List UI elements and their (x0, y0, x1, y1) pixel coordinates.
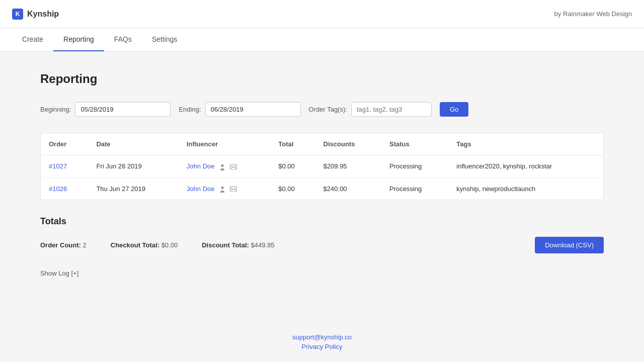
checkout-total: Checkout Total: $0.00 (111, 241, 178, 249)
logo-icon: K (12, 9, 23, 20)
beginning-input[interactable] (75, 102, 171, 117)
nav-item-faqs[interactable]: FAQs (104, 28, 142, 51)
order-tags-group: Order Tag(s): (309, 102, 432, 117)
order-status: Processing (381, 177, 448, 200)
influencer-cell: John Doe (179, 177, 270, 200)
order-link[interactable]: #1026 (49, 185, 67, 193)
discount-total-label: Discount Total: (202, 241, 249, 249)
col-status: Status (381, 133, 448, 155)
order-tags-input[interactable] (351, 102, 432, 117)
go-button[interactable]: Go (440, 102, 468, 117)
order-link[interactable]: #1027 (49, 162, 67, 170)
order-tags: kynship, newproductlaunch (448, 177, 603, 200)
beginning-label: Beginning: (40, 106, 71, 113)
mail-icon (230, 162, 237, 170)
beginning-group: Beginning: (40, 102, 171, 117)
col-order: Order (41, 133, 88, 155)
checkout-total-label: Checkout Total: (111, 241, 159, 249)
col-tags: Tags (448, 133, 603, 155)
order-count-label: Order Count: (40, 241, 81, 249)
influencer-cell: John Doe (179, 155, 270, 178)
table-row: #1027Fri Jun 28 2019John Doe$0.00$209.95… (41, 155, 603, 178)
order-tags: influencer2020, kynship, rockstar (448, 155, 603, 178)
influencer-link[interactable]: John Doe (187, 185, 215, 193)
order-discounts: $209.95 (315, 155, 381, 178)
show-log-toggle[interactable]: Show Log [+] (40, 269, 604, 277)
filter-bar: Beginning: Ending: Order Tag(s): Go (40, 102, 604, 117)
table-header-row: Order Date Influencer Total Discounts St… (41, 133, 603, 155)
ending-label: Ending: (179, 106, 201, 113)
privacy-policy-link[interactable]: Privacy Policy (16, 343, 628, 350)
mail-icon (230, 185, 237, 193)
checkout-total-value: $0.00 (162, 241, 178, 249)
ending-group: Ending: (179, 102, 300, 117)
col-discounts: Discounts (315, 133, 381, 155)
totals-section: Totals Order Count: 2 Checkout Total: $0… (40, 216, 604, 253)
totals-title: Totals (40, 216, 604, 227)
nav: Create Reporting FAQs Settings (0, 28, 644, 52)
download-csv-button[interactable]: Download (CSV) (535, 237, 604, 253)
order-status: Processing (381, 155, 448, 178)
logo-text: Kynship (27, 10, 59, 19)
totals-row: Order Count: 2 Checkout Total: $0.00 Dis… (40, 237, 604, 253)
order-total: $0.00 (270, 177, 315, 200)
nav-item-reporting[interactable]: Reporting (53, 28, 104, 51)
influencer-link[interactable]: John Doe (187, 162, 215, 170)
order-date: Thu Jun 27 2019 (88, 177, 178, 200)
order-tags-label: Order Tag(s): (309, 106, 347, 113)
footer: support@kynship.co Privacy Policy (0, 317, 644, 362)
order-total: $0.00 (270, 155, 315, 178)
ending-input[interactable] (205, 102, 301, 117)
discount-total-value: $449.95 (251, 241, 274, 249)
order-count: Order Count: 2 (40, 241, 87, 249)
order-discounts: $240.00 (315, 177, 381, 200)
support-email-link[interactable]: support@kynship.co (16, 333, 628, 341)
col-total: Total (270, 133, 315, 155)
table-row: #1026Thu Jun 27 2019John Doe$0.00$240.00… (41, 177, 603, 200)
logo: K Kynship (12, 9, 59, 20)
col-date: Date (88, 133, 178, 155)
nav-item-settings[interactable]: Settings (142, 28, 188, 51)
header: K Kynship by Rainmaker Web Design (0, 0, 644, 28)
logo-letter: K (16, 11, 20, 18)
order-date: Fri Jun 28 2019 (88, 155, 178, 178)
header-byline: by Rainmaker Web Design (554, 10, 632, 18)
discount-total: Discount Total: $449.95 (202, 241, 274, 249)
main-content: Reporting Beginning: Ending: Order Tag(s… (0, 52, 644, 317)
person-icon (219, 185, 226, 193)
order-count-value: 2 (83, 241, 87, 249)
person-icon (219, 162, 226, 170)
col-influencer: Influencer (179, 133, 270, 155)
orders-table: Order Date Influencer Total Discounts St… (40, 133, 604, 200)
page-title: Reporting (40, 72, 604, 86)
nav-item-create[interactable]: Create (12, 28, 53, 51)
